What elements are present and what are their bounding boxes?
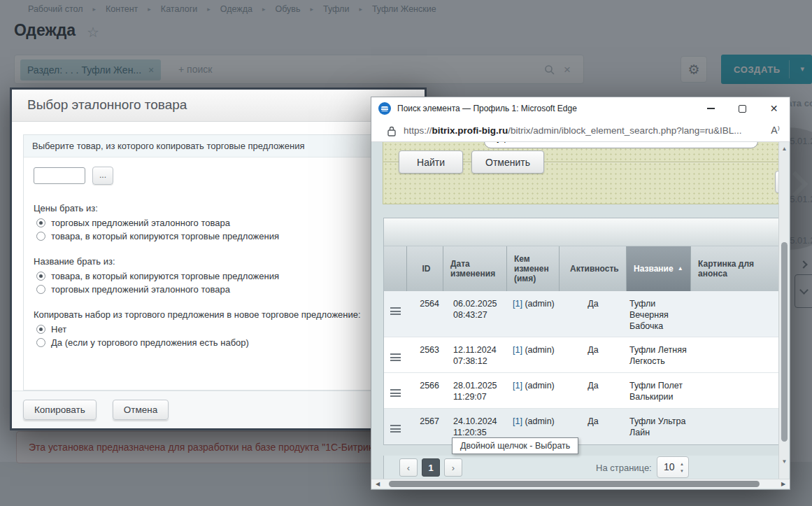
editor-link[interactable]: [1]	[513, 345, 522, 355]
radio-label: торговых предложений эталонного товара	[51, 283, 230, 296]
radio-option[interactable]: товара, в который копируются торговые пр…	[34, 269, 403, 283]
table-row-hovered[interactable]: 2567 24.10.202411:20:35 [1] (admin) Да Т…	[384, 409, 778, 444]
scroll-left-icon[interactable]: ◀	[373, 479, 383, 489]
radio-label: товара, в который копируются торговые пр…	[51, 269, 279, 283]
table-row[interactable]: 2563 12.11.202407:38:12 [1] (admin) Да Т…	[384, 337, 778, 373]
editor-link[interactable]: [1]	[513, 381, 522, 391]
cell-id: 2563	[407, 337, 443, 372]
page-current-button[interactable]: 1	[422, 458, 440, 477]
read-aloud-icon[interactable]: A⁾	[771, 125, 780, 136]
url-text[interactable]: https://bitrix.profi-big.ru/bitrix/admin…	[404, 125, 742, 136]
row-menu-icon[interactable]	[390, 307, 401, 315]
group-label: Цены брать из:	[34, 203, 403, 213]
grid-header-date[interactable]: Дата изменения	[443, 246, 507, 291]
cell-editor: [1] (admin)	[507, 373, 560, 408]
group-label: Название брать из:	[34, 256, 403, 267]
reference-product-dialog: Выбор эталонного товара Выберите товар, …	[10, 87, 427, 430]
radio-selected-icon[interactable]	[36, 218, 45, 227]
browse-product-button[interactable]: ...	[92, 167, 113, 185]
cell-name: Туфли Вечерняя Бабочка	[627, 291, 691, 337]
prices-source-group: Цены брать из: торговых предложений этал…	[34, 203, 403, 243]
radio-option[interactable]: торговых предложений эталонного товара	[34, 283, 403, 296]
cell-active: Да	[560, 373, 627, 408]
search-form-row: Название:	[383, 142, 782, 149]
bitrix-favicon	[378, 102, 391, 115]
grid-header-name-label: Название	[634, 264, 674, 274]
minimize-icon	[707, 108, 715, 109]
copy-set-group: Копировать набор из торгового предложени…	[34, 309, 403, 349]
spinner-arrows-icon[interactable]: ▲▼	[680, 461, 684, 475]
radio-unselected-icon[interactable]	[36, 338, 45, 347]
grid-header-active[interactable]: Активность	[560, 246, 627, 291]
cell-id: 2564	[407, 291, 443, 337]
copy-button[interactable]: Копировать	[23, 400, 97, 420]
row-menu-icon[interactable]	[390, 389, 401, 397]
row-menu-icon[interactable]	[390, 425, 401, 433]
maximize-icon	[739, 105, 746, 113]
vertical-scrollbar[interactable]: ▲ ▼	[778, 142, 789, 480]
radio-unselected-icon[interactable]	[36, 285, 45, 294]
cancel-button[interactable]: Отмена	[113, 400, 169, 420]
radio-selected-icon[interactable]	[36, 325, 45, 334]
radio-label: торговых предложений эталонного товара	[51, 216, 230, 230]
dialog-panel: Выберите товар, из которого копировать т…	[23, 134, 413, 391]
grid-header-menu-column	[384, 246, 407, 291]
cell-active: Да	[560, 291, 627, 337]
dialog-title: Выбор эталонного товара	[27, 97, 187, 113]
group-label: Копировать набор из торгового предложени…	[34, 309, 403, 320]
window-minimize-button[interactable]	[695, 97, 727, 120]
page-prev-button[interactable]: ‹	[399, 458, 418, 477]
edge-popup-window: Поиск элемента — Профиль 1: Microsoft Ed…	[371, 97, 790, 490]
editor-link[interactable]: [1]	[513, 416, 522, 426]
table-row[interactable]: 2566 28.01.202511:29:07 [1] (admin) Да Т…	[384, 373, 778, 409]
cell-editor: [1] (admin)	[507, 291, 560, 337]
close-icon: ✕	[770, 103, 778, 114]
cell-picture	[691, 291, 779, 337]
cell-editor: [1] (admin)	[507, 337, 560, 372]
radio-option[interactable]: торговых предложений эталонного товара	[34, 216, 403, 230]
row-menu-icon[interactable]	[390, 353, 401, 361]
cell-date: 12.11.202407:38:12	[443, 337, 507, 372]
name-search-input[interactable]	[484, 142, 758, 148]
vertical-scrollbar-thumb[interactable]	[781, 242, 788, 442]
cell-name: Туфли Полет Валькирии	[627, 373, 691, 408]
edge-address-bar[interactable]: https://bitrix.profi-big.ru/bitrix/admin…	[371, 120, 790, 142]
radio-unselected-icon[interactable]	[36, 232, 45, 241]
radio-option[interactable]: товара, в который копируются торговые пр…	[34, 230, 403, 243]
edge-page-content: Название: Найти Отменить ID Дата изменен…	[371, 142, 790, 489]
window-maximize-button[interactable]	[727, 97, 758, 120]
scroll-right-icon[interactable]: ▶	[778, 479, 788, 489]
radio-label: Да (если у торгового предложения есть на…	[51, 336, 249, 349]
screen: Рабочий стол▸ Контент▸ Каталоги▸ Одежда▸…	[0, 0, 812, 506]
radio-selected-icon[interactable]	[36, 272, 45, 281]
search-form: Название: Найти Отменить	[383, 142, 783, 204]
grid-header-id[interactable]: ID	[407, 246, 443, 291]
product-id-input[interactable]	[34, 167, 85, 184]
sort-ascending-icon: ▲	[678, 264, 683, 274]
cancel-search-button[interactable]: Отменить	[471, 150, 544, 174]
radio-label: товара, в который копируются торговые пр…	[51, 230, 279, 243]
dialog-body: Выберите товар, из которого копировать т…	[12, 122, 425, 391]
find-button[interactable]: Найти	[399, 150, 463, 174]
cell-picture	[691, 409, 779, 444]
scroll-up-icon[interactable]: ▲	[779, 146, 790, 152]
radio-option[interactable]: Нет	[34, 323, 403, 336]
window-close-button[interactable]: ✕	[758, 97, 790, 120]
table-row[interactable]: 2564 06.02.202508:43:27 [1] (admin) Да Т…	[384, 291, 778, 337]
cell-name: Туфли Летняя Легкость	[627, 337, 691, 372]
grid-header-editor[interactable]: Кем изменен (имя)	[507, 246, 560, 291]
page-next-button[interactable]: ›	[444, 458, 462, 477]
dialog-footer: Копировать Отмена	[12, 391, 425, 428]
per-page-spinner[interactable]: 10 ▲▼	[657, 456, 689, 478]
grid-header-name-sorted[interactable]: Название▲	[627, 246, 691, 291]
edge-titlebar[interactable]: Поиск элемента — Профиль 1: Microsoft Ed…	[371, 97, 790, 120]
horizontal-scrollbar[interactable]: ◀ ▶	[371, 479, 790, 489]
cell-active: Да	[560, 337, 627, 372]
url-domain: bitrix.profi-big.ru	[432, 125, 508, 136]
per-page-label: На странице:	[596, 463, 652, 473]
editor-link[interactable]: [1]	[513, 299, 522, 309]
scroll-down-icon[interactable]: ▼	[779, 458, 790, 465]
horizontal-scrollbar-thumb[interactable]	[389, 481, 760, 487]
grid-header-picture[interactable]: Картинка для анонса	[691, 246, 779, 291]
radio-option[interactable]: Да (если у торгового предложения есть на…	[34, 336, 403, 349]
